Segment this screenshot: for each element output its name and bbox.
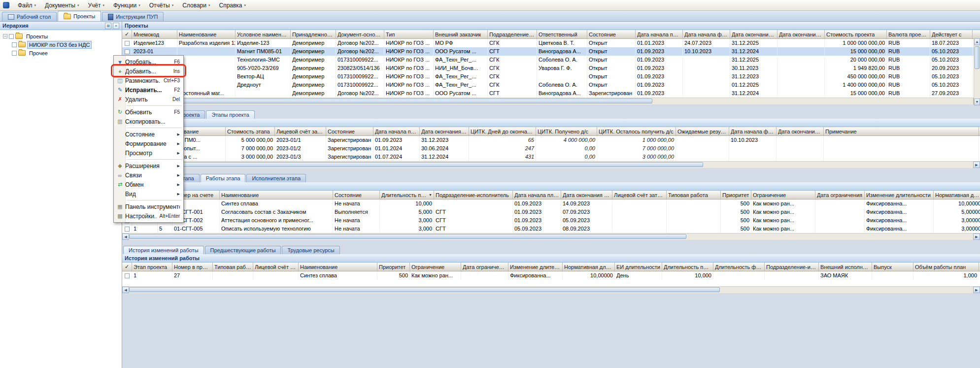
tree-checkbox[interactable] — [12, 42, 17, 47]
menubar-item-functions[interactable]: Функции▾ — [109, 0, 145, 10]
collapse-panel-icon[interactable]: « — [113, 23, 119, 29]
context-menu-item-clone[interactable]: ◫Размножить...Ctrl+F3 — [114, 76, 183, 85]
context-menu-item-filter[interactable]: ▼Отобрать...F6 — [114, 57, 183, 67]
row-checkbox[interactable] — [125, 49, 130, 54]
works-column-header[interactable]: Типовая работа — [667, 191, 721, 199]
projects-column-header[interactable]: Документ-основание — [336, 30, 384, 38]
context-menu-item-toolbar[interactable]: ▦Панель инструментов — [114, 202, 183, 211]
scroll-thumb[interactable] — [129, 99, 652, 103]
menubar-item-reports[interactable]: Отчёты▾ — [145, 0, 178, 10]
document-tab-projects[interactable]: Проекты — [58, 11, 101, 21]
stages-column-header[interactable]: Ожидаемые результаты — [676, 127, 729, 135]
scroll-left-button[interactable]: ◀ — [122, 234, 129, 240]
scroll-thumb[interactable] — [975, 46, 980, 69]
menubar-item-documents[interactable]: Документы▾ — [40, 0, 83, 10]
stages-column-header[interactable]: Стоимость этапа — [226, 127, 275, 135]
tree-checkbox[interactable] — [9, 34, 14, 39]
stages-column-header[interactable]: Примечание — [824, 127, 979, 135]
context-menu-item-preview[interactable]: Просмотр▶ — [114, 148, 183, 158]
works-column-header[interactable]: Наименование — [220, 191, 333, 199]
stages-column-header[interactable]: Лицевой счёт затрат — [275, 127, 326, 135]
works-column-header[interactable]: Приоритет — [721, 191, 751, 199]
scroll-thumb[interactable] — [129, 162, 703, 167]
works-tab-stage-works[interactable]: Работы этапа — [201, 174, 246, 182]
works-row[interactable]: 1501-СГТ-005Описать используемую техноло… — [122, 225, 980, 233]
scroll-right-button[interactable]: ▶ — [973, 234, 980, 240]
work-history-column-header[interactable]: Номер в проекте — [172, 263, 213, 271]
works-column-header[interactable]: Состояние — [333, 191, 380, 199]
context-menu-item-copy[interactable]: ▥Скопировать... — [114, 117, 183, 126]
scroll-up-button[interactable]: ▲ — [974, 38, 980, 45]
scroll-thumb[interactable] — [129, 234, 686, 239]
scroll-thumb[interactable] — [129, 287, 720, 292]
work-history-column-header[interactable]: Нормативная длительность — [563, 263, 615, 271]
projects-column-header[interactable]: Наименование — [177, 30, 236, 38]
projects-column-header[interactable]: Принадлежность — [291, 30, 336, 38]
context-menu-item-exchange[interactable]: ⇄Обмен▶ — [114, 180, 183, 189]
works-column-header[interactable]: Изменение длительности — [865, 191, 934, 199]
projects-column-header[interactable]: Стоимость проекта — [825, 30, 887, 38]
splitter[interactable] — [122, 104, 980, 109]
work-history-tab-labor-resources[interactable]: Трудовые ресурсы — [282, 246, 339, 254]
stages-column-header[interactable]: Дата начала план — [373, 127, 420, 135]
projects-column-header[interactable]: Валюта проекта — [887, 30, 930, 38]
work-history-row[interactable]: 127Синтез сплава500Как можно ран...Фикси… — [122, 271, 980, 280]
projects-column-header[interactable]: Дата окончания факт — [777, 30, 825, 38]
projects-column-header[interactable]: Состояние — [587, 30, 636, 38]
context-menu-item-refresh[interactable]: ↻ОбновитьF5 — [114, 107, 183, 117]
menubar-item-help[interactable]: Справка▾ — [214, 0, 250, 10]
projects-column-header[interactable]: Дата начала факт — [683, 30, 730, 38]
scroll-left-button[interactable]: ◀ — [122, 287, 129, 293]
stages-column-header[interactable]: Дата окончания факт — [777, 127, 824, 135]
dock-icon[interactable]: ⊞ — [105, 23, 111, 29]
work-history-column-header[interactable]: Выпуск — [872, 263, 913, 271]
context-menu-item-delete[interactable]: ✗УдалитьDel — [114, 95, 183, 104]
work-history-column-header[interactable]: Типовая работа — [213, 263, 253, 271]
stages-column-header[interactable]: ЦИТК. Получено д/с — [536, 127, 597, 135]
scroll-right-button[interactable]: ▶ — [973, 287, 980, 293]
stages-row[interactable]: 1ого отчета с ...3 000 000,002023-01/3За… — [122, 153, 980, 161]
projects-column-header[interactable]: Дата окончания план — [730, 30, 777, 38]
row-checkbox[interactable] — [125, 273, 130, 278]
work-history-column-header[interactable]: Наименование — [299, 263, 377, 271]
row-checkbox[interactable] — [125, 227, 130, 232]
projects-row[interactable]: 2023-01Магнит ПМ085-01ДемопримерДоговор … — [122, 47, 980, 56]
menubar-item-file[interactable]: Файл▾ — [13, 0, 40, 10]
menubar-item-dictionaries[interactable]: Словари▾ — [178, 0, 214, 10]
stages-tab-project-stages[interactable]: Этапы проекта — [206, 110, 254, 119]
tree-item[interactable]: −Проекты — [1, 32, 121, 40]
works-column-header[interactable]: Ограничение — [751, 191, 815, 199]
works-row[interactable]: 127Синтез сплаваНе начата10,00001.09.202… — [122, 200, 980, 208]
works-column-header[interactable]: Длительность план▼ — [380, 191, 434, 199]
projects-row[interactable]: 2023-04Вектор-АЦДемопример017310009922..… — [122, 72, 980, 81]
projects-row[interactable]: 2023-02Технология-ЭМСДемопример017310009… — [122, 56, 980, 64]
scroll-right-button[interactable]: ▶ — [973, 162, 980, 168]
context-menu-item-state[interactable]: Состояние▶ — [114, 130, 183, 139]
works-column-header[interactable]: Лицевой счёт затрат — [612, 191, 667, 199]
work-history-column-header[interactable]: Объём работы план — [913, 263, 979, 271]
work-history-column-header[interactable]: Этап проекта — [132, 263, 172, 271]
projects-column-header[interactable]: Подразделение-ответственное — [488, 30, 537, 38]
document-tab-pup-instructions[interactable]: Инструкции ПУП — [102, 12, 164, 21]
projects-column-header[interactable]: Тип — [384, 30, 434, 38]
horizontal-scrollbar-track[interactable] — [129, 162, 973, 168]
splitter[interactable] — [122, 240, 980, 245]
projects-column-header[interactable]: Действует с — [930, 30, 973, 38]
work-history-column-header[interactable]: Приоритет — [377, 263, 410, 271]
work-history-column-header[interactable]: Ограничение — [410, 263, 461, 271]
horizontal-scrollbar[interactable]: ◀▶ — [122, 98, 980, 104]
context-menu-item-formation[interactable]: Формирование▶ — [114, 139, 183, 148]
works-column-header[interactable]: Дата окончания план — [561, 191, 612, 199]
horizontal-scrollbar-track[interactable] — [129, 234, 973, 240]
projects-row[interactable]: 2023-03905-У020-23/269Демопример230823/0… — [122, 64, 980, 72]
context-menu-item-add[interactable]: +Добавить...Ins — [114, 67, 183, 76]
works-column-header[interactable]: Дата ограничения — [815, 191, 865, 199]
context-menu-item-appearance[interactable]: Вид▶ — [114, 189, 183, 199]
tree-item[interactable]: НИОКР по ГОЗ без НДС — [1, 40, 121, 49]
stages-column-header[interactable]: Дата окончания план — [420, 127, 469, 135]
work-history-tab-work-change-history[interactable]: История изменений работы — [123, 246, 204, 254]
works-column-header[interactable]: Нормативная длительность — [934, 191, 980, 199]
stages-column-header[interactable]: ЦИТК. Осталось получить д/с — [597, 127, 676, 135]
work-history-column-header[interactable]: Длительность факт — [713, 263, 765, 271]
projects-row[interactable]: 2023-01Постоянный маг...ДемопримерДогово… — [122, 89, 980, 98]
